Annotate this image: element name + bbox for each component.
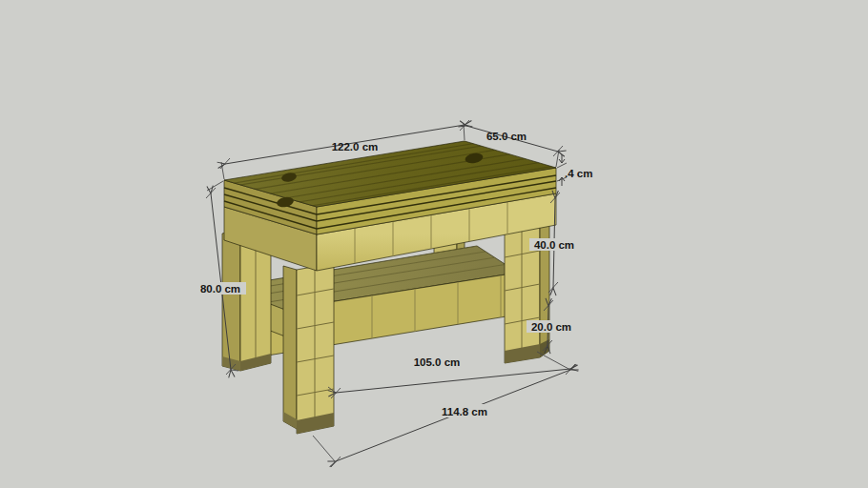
front-left-leg bbox=[283, 263, 334, 434]
model-viewport[interactable]: 122.0 cm 65.0 cm .4 cm 80.0 c bbox=[0, 0, 868, 488]
dimension-tabletop-thickness: .4 cm bbox=[557, 154, 592, 186]
dimension-label-footprint-length: 114.8 cm bbox=[442, 406, 487, 417]
dimension-label-top-to-shelf: 40.0 cm bbox=[534, 239, 574, 251]
dimension-label-stretcher-length: 105.0 cm bbox=[414, 356, 461, 368]
dimension-stretcher-length: 105.0 cm bbox=[328, 356, 575, 398]
dimension-footprint-length: 114.8 cm bbox=[313, 370, 570, 467]
workbench-model bbox=[222, 141, 556, 434]
dimension-label-tabletop-thickness: .4 cm bbox=[565, 168, 592, 179]
dimension-label-tabletop-length: 122.0 cm bbox=[332, 141, 379, 152]
dimension-label-tabletop-depth: 65.0 cm bbox=[486, 131, 527, 142]
dimension-label-overall-height: 80.0 cm bbox=[200, 283, 240, 295]
dimension-label-shelf-height: 20.0 cm bbox=[531, 321, 571, 333]
